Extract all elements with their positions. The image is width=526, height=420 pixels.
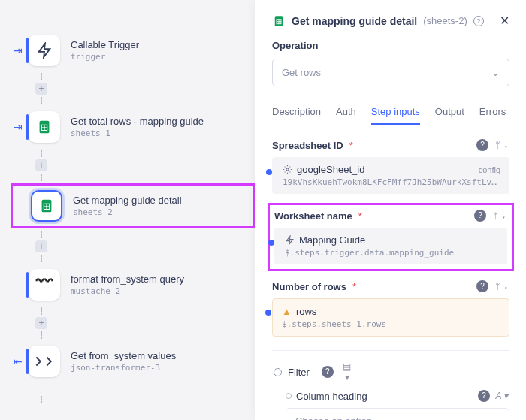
step-connector <box>11 382 255 418</box>
step-title: Get mapping guide detail <box>73 195 182 206</box>
operation-value: Get rows <box>282 67 321 78</box>
connector-dot-icon <box>268 240 274 246</box>
select-placeholder: Choose an option <box>295 415 372 420</box>
connector-dot-icon <box>265 310 271 316</box>
warning-icon: ▲ <box>282 306 292 317</box>
merge-indicator-icon: ⇥ <box>14 121 18 133</box>
step-connector: + <box>11 228 255 264</box>
field-label: Spreadsheet ID <box>272 140 343 151</box>
tab-auth[interactable]: Auth <box>336 100 356 125</box>
column-heading-select[interactable]: Choose an option ⌄ <box>286 408 509 420</box>
field-tag: config <box>479 165 500 174</box>
workflow-step-sheets-2[interactable]: Get mapping guide detail sheets-2 <box>16 190 208 222</box>
step-icon <box>29 346 60 377</box>
help-icon[interactable]: ? <box>478 390 490 402</box>
sheets-icon <box>272 14 286 28</box>
add-step-button[interactable]: + <box>35 317 47 329</box>
sheets-icon <box>38 198 55 214</box>
doublechevron-icon <box>34 353 55 370</box>
step-sub: sheets-1 <box>71 128 204 138</box>
chevron-down-icon: ⌄ <box>491 415 500 420</box>
help-icon[interactable]: ? <box>476 139 488 151</box>
close-button[interactable]: ✕ <box>500 14 509 28</box>
filter-label: Filter <box>288 367 310 378</box>
help-icon[interactable]: ? <box>476 280 488 292</box>
panel-header: Get mapping guide detail (sheets-2) ? ✕ <box>272 14 509 28</box>
field-value-sub: $.steps.trigger.data.mapping_guide <box>285 248 498 258</box>
sheets-icon <box>36 119 53 135</box>
field-value-label: Mapping Guide <box>299 234 365 246</box>
section-spreadsheet-id: Spreadsheet ID* ? ᛘ ▾ googleSheet_id con… <box>272 139 509 194</box>
step-icon: 〰 <box>29 269 60 301</box>
field-menu-button[interactable]: ᛘ ▾ <box>494 141 509 150</box>
section-number-of-rows: Number of rows* ? ᛘ ▾ ▲ rows $.steps.she… <box>272 280 509 337</box>
workflow-canvas: ⇥ Callable Trigger trigger + ⇥ Get total… <box>0 0 255 420</box>
workflow-step-trigger[interactable]: ⇥ Callable Trigger trigger <box>14 35 210 66</box>
workflow-step-mustache[interactable]: 〰 format from_system query mustache-2 <box>14 269 210 301</box>
svg-point-12 <box>286 168 289 171</box>
field-label: Number of rows <box>272 281 346 292</box>
help-icon[interactable]: ? <box>322 366 334 378</box>
panel-title: Get mapping guide detail <box>292 15 417 27</box>
step-connector: + <box>11 71 255 107</box>
step-connector: + <box>11 147 255 183</box>
field-value-box-warning[interactable]: ▲ rows $.steps.sheets-1.rows <box>272 298 509 337</box>
section-worksheet-name: Worksheet name* ? ᛘ ▾ Mapping Guide $.st… <box>274 210 507 264</box>
step-sub: trigger <box>71 52 139 62</box>
column-heading-label: Column heading <box>296 391 367 402</box>
bullet-icon <box>286 393 292 399</box>
field-menu-button[interactable]: ▤ ▾ <box>340 361 355 382</box>
field-value-box[interactable]: googleSheet_id config 19kVhsKkuehTwokm8L… <box>272 157 509 194</box>
field-value-sub: $.steps.sheets-1.rows <box>282 319 500 329</box>
field-value-sub: 19kVhsKkuehTwokm8LKFcFMff7Jh25bWAurkXsft… <box>283 177 500 187</box>
radio-icon[interactable] <box>274 368 282 376</box>
mustache-icon: 〰 <box>36 272 53 292</box>
field-value-label: googleSheet_id <box>297 164 364 175</box>
tab-step-inputs[interactable]: Step inputs <box>371 100 420 125</box>
step-icon <box>29 35 60 66</box>
step-title: Get total rows - mapping guide <box>71 116 204 127</box>
step-connector: + <box>11 305 255 341</box>
merge-indicator-icon: ⇤ <box>14 355 18 367</box>
step-sub: mustache-2 <box>71 286 184 296</box>
step-title: Get from_system values <box>71 350 176 361</box>
workflow-step-sheets-1[interactable]: ⇥ Get total rows - mapping guide sheets-… <box>14 111 210 143</box>
step-title: Callable Trigger <box>71 39 139 50</box>
tab-errors[interactable]: Errors <box>479 100 506 125</box>
add-step-button[interactable]: + <box>35 240 47 252</box>
add-step-button[interactable]: + <box>35 159 47 171</box>
help-icon[interactable]: ? <box>473 16 484 26</box>
chevron-down-icon: ⌄ <box>491 67 500 78</box>
step-sub: sheets-2 <box>73 207 182 217</box>
connector-dot-icon <box>266 169 272 175</box>
field-menu-button[interactable]: ᛘ ▾ <box>492 211 507 220</box>
step-title: format from_system query <box>71 273 184 285</box>
bolt-icon <box>36 42 53 59</box>
field-label: Worksheet name <box>274 210 352 222</box>
step-detail-panel: Get mapping guide detail (sheets-2) ? ✕ … <box>255 0 526 420</box>
merge-indicator-icon: ⇥ <box>14 44 18 56</box>
field-value-label: rows <box>296 306 316 317</box>
step-icon <box>29 111 60 143</box>
operation-select[interactable]: Get rows ⌄ <box>272 59 509 86</box>
step-icon <box>31 190 62 222</box>
field-value-box[interactable]: Mapping Guide $.steps.trigger.data.mappi… <box>274 228 507 264</box>
workflow-step-json-transformer[interactable]: ⇤ Get from_system values json-transforme… <box>14 346 210 377</box>
step-sub: json-transformer-3 <box>71 363 176 373</box>
help-icon[interactable]: ? <box>474 210 486 222</box>
bolt-icon <box>285 235 295 245</box>
add-step-button[interactable]: + <box>35 83 47 95</box>
gear-icon <box>283 165 292 174</box>
operation-label: Operation <box>272 40 509 51</box>
field-menu-button[interactable]: ᛘ ▾ <box>494 282 509 291</box>
panel-tabs: Description Auth Step inputs Output Erro… <box>272 100 509 125</box>
worksheet-highlight: Worksheet name* ? ᛘ ▾ Mapping Guide $.st… <box>268 203 514 271</box>
field-type-button[interactable]: A ▾ <box>494 391 509 401</box>
section-filter: Filter ? ▤ ▾ Column heading ? A ▾ Choose… <box>272 350 509 420</box>
tab-output[interactable]: Output <box>435 100 464 125</box>
tab-description[interactable]: Description <box>272 100 321 125</box>
panel-sub: (sheets-2) <box>423 15 467 26</box>
selected-step-highlight: Get mapping guide detail sheets-2 <box>11 183 255 228</box>
